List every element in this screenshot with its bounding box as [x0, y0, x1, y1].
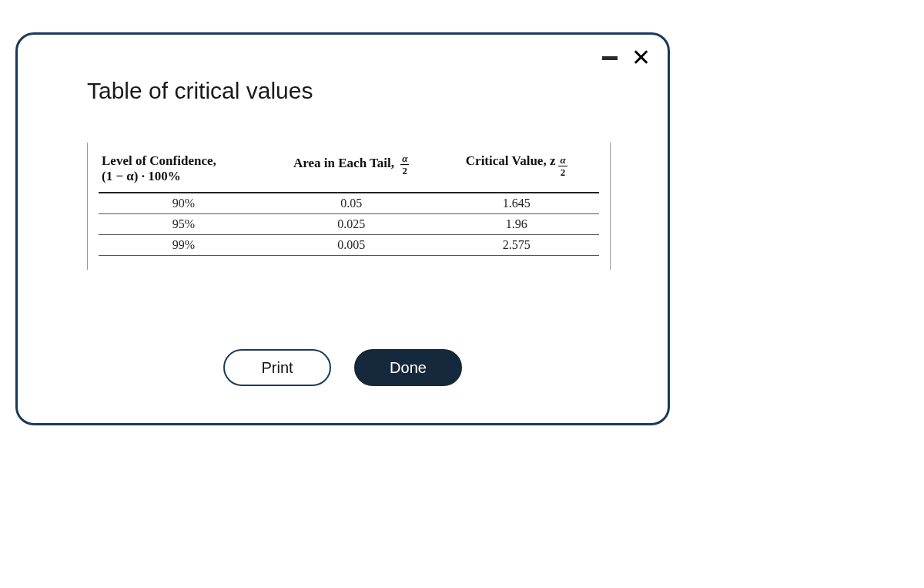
modal-title: Table of critical values [87, 78, 313, 104]
header-critical-value: Critical Value, zα2 [434, 149, 600, 193]
cell-critical: 2.575 [434, 235, 600, 256]
z-subscript-icon: α2 [558, 155, 567, 177]
cell-confidence: 90% [99, 193, 269, 214]
header-tail-prefix: Area in Each Tail, [293, 156, 394, 170]
window-controls: ✕ [602, 46, 651, 69]
close-icon[interactable]: ✕ [631, 46, 651, 69]
table-row: 90% 0.05 1.645 [99, 193, 599, 214]
print-button[interactable]: Print [223, 349, 331, 386]
done-button[interactable]: Done [354, 349, 462, 386]
cell-tail: 0.025 [269, 214, 434, 235]
header-confidence-line1: Level of Confidence, [102, 153, 216, 168]
minimize-icon[interactable] [602, 56, 618, 60]
critical-values-modal: ✕ Table of critical values Level of Conf… [15, 32, 670, 425]
cell-confidence: 99% [99, 235, 269, 256]
alpha-over-two-icon: α 2 [400, 153, 409, 176]
table-row: 95% 0.025 1.96 [99, 214, 599, 235]
header-critical-prefix: Critical Value, z [466, 153, 556, 168]
button-row: Print Done [18, 349, 668, 386]
header-confidence: Level of Confidence, (1 − α) · 100% [99, 149, 269, 193]
table-row: 99% 0.005 2.575 [99, 235, 599, 256]
cell-tail: 0.005 [269, 235, 434, 256]
cell-critical: 1.96 [434, 214, 600, 235]
cell-critical: 1.645 [434, 193, 600, 214]
critical-values-table: Level of Confidence, (1 − α) · 100% Area… [87, 143, 611, 270]
header-confidence-line2: (1 − α) · 100% [102, 169, 266, 184]
header-tail-area: Area in Each Tail, α 2 [269, 149, 434, 193]
table-header-row: Level of Confidence, (1 − α) · 100% Area… [99, 149, 599, 193]
cell-confidence: 95% [99, 214, 269, 235]
cell-tail: 0.05 [269, 193, 434, 214]
